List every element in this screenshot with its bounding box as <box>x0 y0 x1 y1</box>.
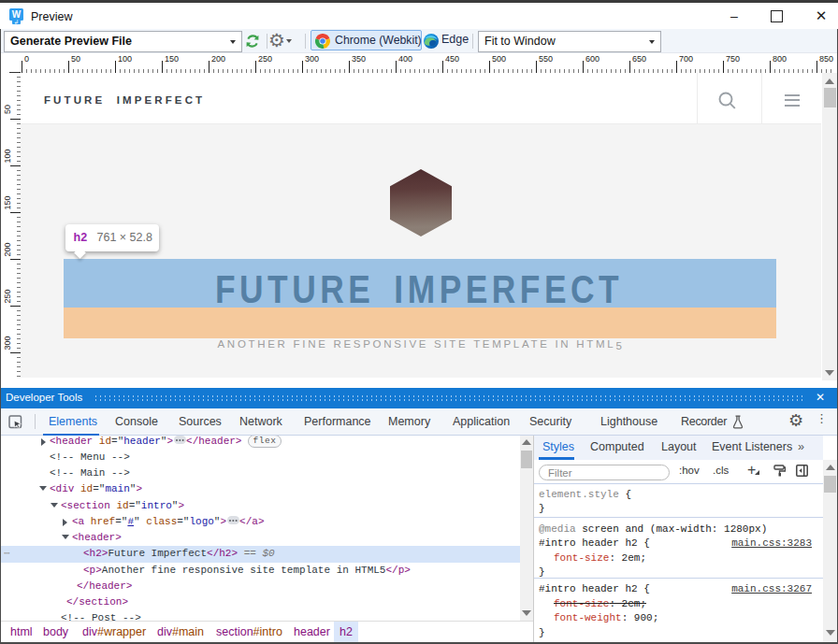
svg-text:↲: ↲ <box>14 19 19 24</box>
